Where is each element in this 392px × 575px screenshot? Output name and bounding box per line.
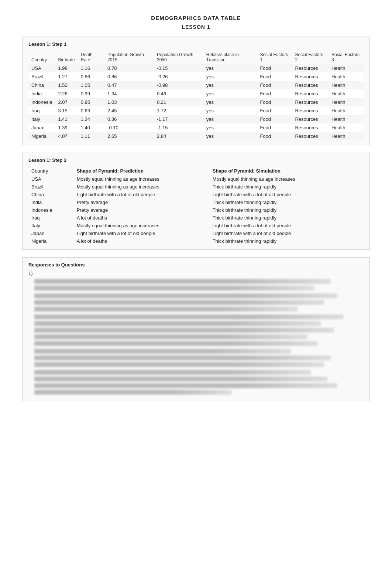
step1-header-row: Country Birthrate Death Rate Population … [28,51,364,64]
cell-country: Japan [28,229,74,237]
table-row: Nigeria4.071.112.652.84yesFoodResourcesH… [28,132,364,140]
cell-country: Iraq [28,214,74,222]
cell: Italy [28,115,55,123]
cell-country: Italy [28,222,74,229]
cell: Food [257,106,292,115]
cell-prediction: Mostly equal thinning as age increases [74,222,210,229]
cell: 0.95 [78,98,104,106]
page-title: DEMOGRAPHICS DATA TABLE [22,15,370,21]
cell: 1.34 [78,115,104,123]
cell-simulation: Thick birthrate thinning rapidly [210,206,364,214]
table-row: JapanLight birthrate with a lot of old p… [28,229,364,237]
cell: 2.65 [104,132,154,140]
cell: Resources [292,81,328,89]
cell: Resources [292,64,328,72]
cell: 2.84 [154,132,203,140]
col-pop-growth-2015: Population Growth 2015 [104,51,154,64]
cell: yes [203,132,257,140]
cell: 1.05 [78,81,104,89]
cell-simulation: Light birthrate with a lot of old people [210,222,364,229]
cell: 1.11 [78,132,104,140]
cell: Health [329,123,364,132]
cell: Japan [28,123,55,132]
cell: USA [28,64,55,72]
cell: 1.16 [78,64,104,72]
cell: 0.63 [78,106,104,115]
cell: yes [203,89,257,98]
cell: 0.86 [104,72,154,81]
cell-country: USA [28,175,74,183]
cell: 3.15 [55,106,78,115]
cell-simulation: Mostly equal thinning as age increases [210,175,364,183]
cell-simulation: Light birthrate with a lot of old people [210,229,364,237]
cell: 0.47 [104,81,154,89]
table-row: NigeriaA lot of deathsThick birthrate th… [28,237,364,245]
cell: -1.17 [154,115,203,123]
cell-prediction: Mostly equal thinning as age increases [74,175,210,183]
table-row: Indonesia2.070.951.030.21yesFoodResource… [28,98,364,106]
cell-simulation: Light birthrate with a lot of old people [210,191,364,198]
cell-country: Nigeria [28,237,74,245]
table-row: China1.521.050.47-0.98yesFoodResourcesHe… [28,81,364,89]
table-row: IraqA lot of deathsThick birthrate thinn… [28,214,364,222]
cell: China [28,81,55,89]
cell-prediction: A lot of deaths [74,237,210,245]
cell-country: India [28,198,74,206]
lesson-heading: LESSON 1 [22,24,370,30]
cell: yes [203,64,257,72]
col-death-rate: Death Rate [78,51,104,64]
cell: Resources [292,106,328,115]
table-row: Italy1.411.340.36-1.17yesFoodResourcesHe… [28,115,364,123]
cell-prediction: Light birthrate with a lot of old people [74,229,210,237]
cell: yes [203,123,257,132]
cell: Food [257,132,292,140]
cell-simulation: Thick birthrate thinning rapidly [210,198,364,206]
cell-prediction: Pretty average [74,206,210,214]
cell-prediction: Pretty average [74,198,210,206]
cell: Indonesia [28,98,55,106]
step2-label: Lesson 1: Step 2 [28,157,364,163]
cell: 0.21 [154,98,203,106]
col-sf3: Social Factors 3 [329,51,364,64]
step2-col-country: Country [28,167,74,175]
cell: Food [257,64,292,72]
cell: 1.98 [55,64,78,72]
table-row: USAMostly equal thinning as age increase… [28,175,364,183]
step2-table: Country Shape of Pyramid: Prediction Sha… [28,167,364,245]
cell: 0.78 [104,64,154,72]
cell: 4.07 [55,132,78,140]
cell: 1.41 [55,115,78,123]
table-row: BrazilMostly equal thinning as age incre… [28,183,364,191]
cell: yes [203,72,257,81]
cell: Brazil [28,72,55,81]
table-row: ItalyMostly equal thinning as age increa… [28,222,364,229]
cell: Health [329,106,364,115]
table-row: Iraq3.150.632.451.72yesFoodResourcesHeal… [28,106,364,115]
cell: 1.39 [55,123,78,132]
col-sf2: Social Factors 2 [292,51,328,64]
cell: Food [257,115,292,123]
col-sf1: Social Factors 1 [257,51,292,64]
cell: 0.46 [154,89,203,98]
cell: -0.15 [154,64,203,72]
col-pop-growth-2050: Population Growth 2050 [154,51,203,64]
cell: Iraq [28,106,55,115]
step1-section: Lesson 1: Step 1 Country Birthrate Death… [22,37,370,145]
cell-country: China [28,191,74,198]
cell: Health [329,64,364,72]
step2-col-prediction: Shape of Pyramid: Prediction [74,167,210,175]
cell-prediction: A lot of deaths [74,214,210,222]
table-row: India2.260.991.340.46yesFoodResourcesHea… [28,89,364,98]
cell-simulation: Thick birthrate thinning rapidly [210,183,364,191]
cell-country: Indonesia [28,206,74,214]
table-row: Brazil1.270.860.86-0.26yesFoodResourcesH… [28,72,364,81]
cell: Food [257,98,292,106]
table-row: USA1.981.160.78-0.15yesFoodResourcesHeal… [28,64,364,72]
cell: 0.86 [78,72,104,81]
cell: 2.07 [55,98,78,106]
cell: 1.03 [104,98,154,106]
cell: Health [329,132,364,140]
table-row: Japan1.391.40-0.10-1.15yesFoodResourcesH… [28,123,364,132]
cell: 0.36 [104,115,154,123]
col-relative: Relative place in Transition [203,51,257,64]
